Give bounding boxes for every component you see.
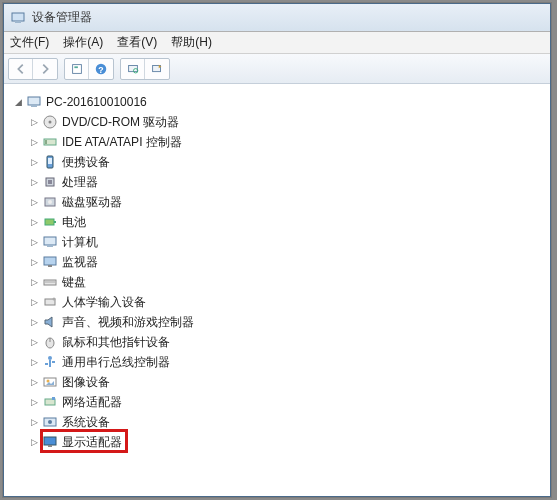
tree-item-label: 电池 [62, 214, 86, 231]
refresh-icon [150, 62, 164, 76]
svg-rect-43 [44, 437, 56, 445]
tree-item[interactable]: ▷显示适配器 [28, 432, 550, 452]
expander-icon[interactable]: ▷ [28, 196, 40, 208]
tree-item-label: 监视器 [62, 254, 98, 271]
tree-item[interactable]: ▷处理器 [28, 172, 550, 192]
app-icon [10, 10, 26, 26]
usb-icon [42, 354, 58, 370]
tree-item[interactable]: ▷鼠标和其他指针设备 [28, 332, 550, 352]
expander-icon[interactable]: ▷ [28, 156, 40, 168]
expander-icon[interactable]: ▷ [28, 116, 40, 128]
refresh-button[interactable] [145, 59, 169, 79]
toolbar-nav-group [8, 58, 58, 80]
menu-file[interactable]: 文件(F) [10, 34, 49, 51]
keyboard-icon [42, 274, 58, 290]
network-icon [42, 394, 58, 410]
tree-item[interactable]: ▷电池 [28, 212, 550, 232]
toolbar-view-group: ? [64, 58, 114, 80]
menu-view[interactable]: 查看(V) [117, 34, 157, 51]
tree-item[interactable]: ▷便携设备 [28, 152, 550, 172]
expander-icon[interactable]: ▷ [28, 376, 40, 388]
back-button[interactable] [9, 59, 33, 79]
expander-icon[interactable]: ▷ [28, 396, 40, 408]
tree-item[interactable]: ▷磁盘驱动器 [28, 192, 550, 212]
portable-icon [42, 154, 58, 170]
system-icon [42, 414, 58, 430]
svg-rect-22 [54, 221, 56, 223]
expander-icon[interactable]: ▷ [28, 276, 40, 288]
disk-icon [42, 194, 58, 210]
menu-help[interactable]: 帮助(H) [171, 34, 212, 51]
svg-point-33 [48, 356, 52, 360]
device-tree: ◢ PC-201610010016 ▷DVD/CD-ROM 驱动器▷IDE AT… [4, 86, 550, 496]
battery-icon [42, 214, 58, 230]
tree-item[interactable]: ▷计算机 [28, 232, 550, 252]
tree-item-label: 网络适配器 [62, 394, 122, 411]
svg-rect-40 [52, 397, 55, 400]
scan-button[interactable] [121, 59, 145, 79]
menubar: 文件(F) 操作(A) 查看(V) 帮助(H) [4, 32, 550, 54]
tree-root-node[interactable]: ◢ PC-201610010016 [10, 92, 550, 112]
tree-item-label: 人体学输入设备 [62, 294, 146, 311]
monitor-icon [42, 254, 58, 270]
help-button[interactable]: ? [89, 59, 113, 79]
expander-icon[interactable]: ▷ [28, 416, 40, 428]
arrow-left-icon [14, 62, 28, 76]
tree-item-label: 计算机 [62, 234, 98, 251]
tree-root-label: PC-201610010016 [46, 95, 147, 109]
svg-point-42 [48, 420, 52, 424]
expander-icon[interactable]: ▷ [28, 236, 40, 248]
expander-icon[interactable]: ▷ [28, 216, 40, 228]
svg-rect-21 [45, 219, 54, 225]
svg-point-12 [49, 121, 52, 124]
expander-icon[interactable]: ◢ [12, 96, 24, 108]
tree-item-label: 键盘 [62, 274, 86, 291]
expander-icon[interactable]: ▷ [28, 316, 40, 328]
forward-button[interactable] [33, 59, 57, 79]
svg-rect-25 [44, 257, 56, 265]
tree-item[interactable]: ▷监视器 [28, 252, 550, 272]
expander-icon[interactable]: ▷ [28, 336, 40, 348]
expander-icon[interactable]: ▷ [28, 176, 40, 188]
properties-icon [70, 62, 84, 76]
cpu-icon [42, 174, 58, 190]
mouse-icon [42, 334, 58, 350]
tree-item-label: 显示适配器 [62, 434, 122, 451]
tree-item[interactable]: ▷DVD/CD-ROM 驱动器 [28, 112, 550, 132]
expander-icon[interactable]: ▷ [28, 256, 40, 268]
svg-rect-34 [49, 360, 51, 367]
menu-action[interactable]: 操作(A) [63, 34, 103, 51]
svg-rect-2 [72, 64, 81, 73]
tree-item-label: 系统设备 [62, 414, 110, 431]
display-icon [42, 434, 58, 450]
properties-button[interactable] [65, 59, 89, 79]
svg-rect-16 [48, 158, 52, 164]
expander-icon[interactable]: ▷ [28, 356, 40, 368]
expander-icon[interactable]: ▷ [28, 436, 40, 448]
svg-rect-24 [47, 245, 53, 247]
hid-icon [42, 294, 58, 310]
tree-item[interactable]: ▷网络适配器 [28, 392, 550, 412]
tree-item-label: 图像设备 [62, 374, 110, 391]
tree-item-label: 通用串行总线控制器 [62, 354, 170, 371]
svg-rect-14 [45, 140, 47, 144]
tree-item[interactable]: ▷键盘 [28, 272, 550, 292]
tree-item-label: DVD/CD-ROM 驱动器 [62, 114, 179, 131]
tree-item[interactable]: ▷人体学输入设备 [28, 292, 550, 312]
svg-rect-35 [45, 363, 48, 365]
computer-icon [42, 234, 58, 250]
tree-item[interactable]: ▷IDE ATA/ATAPI 控制器 [28, 132, 550, 152]
tree-item-label: 便携设备 [62, 154, 110, 171]
tree-item[interactable]: ▷系统设备 [28, 412, 550, 432]
image-icon [42, 374, 58, 390]
tree-item[interactable]: ▷声音、视频和游戏控制器 [28, 312, 550, 332]
tree-item[interactable]: ▷图像设备 [28, 372, 550, 392]
titlebar: 设备管理器 [4, 4, 550, 32]
expander-icon[interactable]: ▷ [28, 296, 40, 308]
tree-item[interactable]: ▷通用串行总线控制器 [28, 352, 550, 372]
expander-icon[interactable]: ▷ [28, 136, 40, 148]
svg-rect-26 [48, 265, 52, 267]
toolbar: ? [4, 54, 550, 84]
svg-point-30 [53, 298, 56, 301]
svg-rect-3 [74, 66, 78, 68]
